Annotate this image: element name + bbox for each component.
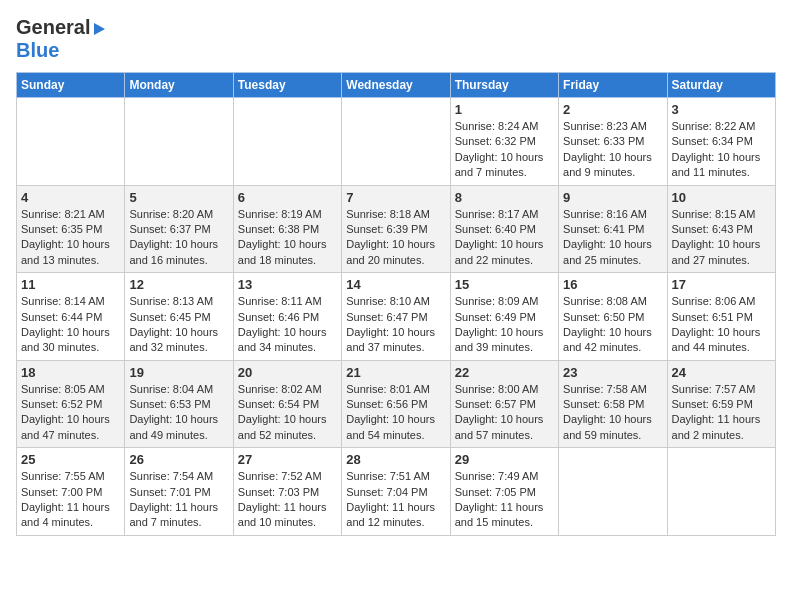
- day-number: 23: [563, 365, 662, 380]
- calendar-cell: [342, 98, 450, 186]
- day-info: Sunrise: 7:51 AM Sunset: 7:04 PM Dayligh…: [346, 469, 445, 531]
- calendar-table: SundayMondayTuesdayWednesdayThursdayFrid…: [16, 72, 776, 536]
- weekday-header-sunday: Sunday: [17, 73, 125, 98]
- page-header: General Blue: [16, 16, 776, 62]
- calendar-cell: 17Sunrise: 8:06 AM Sunset: 6:51 PM Dayli…: [667, 273, 775, 361]
- day-info: Sunrise: 8:21 AM Sunset: 6:35 PM Dayligh…: [21, 207, 120, 269]
- day-info: Sunrise: 8:05 AM Sunset: 6:52 PM Dayligh…: [21, 382, 120, 444]
- day-info: Sunrise: 8:10 AM Sunset: 6:47 PM Dayligh…: [346, 294, 445, 356]
- day-info: Sunrise: 8:20 AM Sunset: 6:37 PM Dayligh…: [129, 207, 228, 269]
- day-info: Sunrise: 8:22 AM Sunset: 6:34 PM Dayligh…: [672, 119, 771, 181]
- day-number: 10: [672, 190, 771, 205]
- calendar-cell: 24Sunrise: 7:57 AM Sunset: 6:59 PM Dayli…: [667, 360, 775, 448]
- day-info: Sunrise: 8:16 AM Sunset: 6:41 PM Dayligh…: [563, 207, 662, 269]
- day-number: 15: [455, 277, 554, 292]
- calendar-cell: 25Sunrise: 7:55 AM Sunset: 7:00 PM Dayli…: [17, 448, 125, 536]
- day-info: Sunrise: 8:18 AM Sunset: 6:39 PM Dayligh…: [346, 207, 445, 269]
- day-info: Sunrise: 8:14 AM Sunset: 6:44 PM Dayligh…: [21, 294, 120, 356]
- day-info: Sunrise: 7:49 AM Sunset: 7:05 PM Dayligh…: [455, 469, 554, 531]
- calendar-cell: 5Sunrise: 8:20 AM Sunset: 6:37 PM Daylig…: [125, 185, 233, 273]
- day-number: 13: [238, 277, 337, 292]
- calendar-header: SundayMondayTuesdayWednesdayThursdayFrid…: [17, 73, 776, 98]
- day-number: 25: [21, 452, 120, 467]
- calendar-cell: 9Sunrise: 8:16 AM Sunset: 6:41 PM Daylig…: [559, 185, 667, 273]
- day-number: 14: [346, 277, 445, 292]
- day-number: 2: [563, 102, 662, 117]
- calendar-cell: 19Sunrise: 8:04 AM Sunset: 6:53 PM Dayli…: [125, 360, 233, 448]
- calendar-cell: 11Sunrise: 8:14 AM Sunset: 6:44 PM Dayli…: [17, 273, 125, 361]
- weekday-header-monday: Monday: [125, 73, 233, 98]
- day-number: 21: [346, 365, 445, 380]
- day-number: 16: [563, 277, 662, 292]
- day-number: 8: [455, 190, 554, 205]
- calendar-cell: [559, 448, 667, 536]
- day-number: 28: [346, 452, 445, 467]
- day-number: 4: [21, 190, 120, 205]
- day-info: Sunrise: 7:55 AM Sunset: 7:00 PM Dayligh…: [21, 469, 120, 531]
- calendar-cell: 12Sunrise: 8:13 AM Sunset: 6:45 PM Dayli…: [125, 273, 233, 361]
- day-number: 1: [455, 102, 554, 117]
- weekday-header-tuesday: Tuesday: [233, 73, 341, 98]
- day-info: Sunrise: 7:58 AM Sunset: 6:58 PM Dayligh…: [563, 382, 662, 444]
- calendar-cell: 26Sunrise: 7:54 AM Sunset: 7:01 PM Dayli…: [125, 448, 233, 536]
- day-number: 9: [563, 190, 662, 205]
- calendar-week-1: 1Sunrise: 8:24 AM Sunset: 6:32 PM Daylig…: [17, 98, 776, 186]
- day-number: 22: [455, 365, 554, 380]
- calendar-cell: 16Sunrise: 8:08 AM Sunset: 6:50 PM Dayli…: [559, 273, 667, 361]
- calendar-cell: [125, 98, 233, 186]
- calendar-cell: 28Sunrise: 7:51 AM Sunset: 7:04 PM Dayli…: [342, 448, 450, 536]
- day-number: 20: [238, 365, 337, 380]
- calendar-week-2: 4Sunrise: 8:21 AM Sunset: 6:35 PM Daylig…: [17, 185, 776, 273]
- day-number: 5: [129, 190, 228, 205]
- day-info: Sunrise: 8:02 AM Sunset: 6:54 PM Dayligh…: [238, 382, 337, 444]
- calendar-cell: 18Sunrise: 8:05 AM Sunset: 6:52 PM Dayli…: [17, 360, 125, 448]
- calendar-cell: 6Sunrise: 8:19 AM Sunset: 6:38 PM Daylig…: [233, 185, 341, 273]
- day-number: 19: [129, 365, 228, 380]
- calendar-cell: 15Sunrise: 8:09 AM Sunset: 6:49 PM Dayli…: [450, 273, 558, 361]
- day-info: Sunrise: 8:23 AM Sunset: 6:33 PM Dayligh…: [563, 119, 662, 181]
- logo-general-text: General: [16, 16, 90, 39]
- calendar-cell: 14Sunrise: 8:10 AM Sunset: 6:47 PM Dayli…: [342, 273, 450, 361]
- weekday-header-thursday: Thursday: [450, 73, 558, 98]
- day-info: Sunrise: 7:54 AM Sunset: 7:01 PM Dayligh…: [129, 469, 228, 531]
- day-info: Sunrise: 8:24 AM Sunset: 6:32 PM Dayligh…: [455, 119, 554, 181]
- day-info: Sunrise: 8:08 AM Sunset: 6:50 PM Dayligh…: [563, 294, 662, 356]
- day-info: Sunrise: 8:00 AM Sunset: 6:57 PM Dayligh…: [455, 382, 554, 444]
- calendar-cell: 10Sunrise: 8:15 AM Sunset: 6:43 PM Dayli…: [667, 185, 775, 273]
- day-number: 24: [672, 365, 771, 380]
- day-info: Sunrise: 8:17 AM Sunset: 6:40 PM Dayligh…: [455, 207, 554, 269]
- day-info: Sunrise: 8:01 AM Sunset: 6:56 PM Dayligh…: [346, 382, 445, 444]
- calendar-body: 1Sunrise: 8:24 AM Sunset: 6:32 PM Daylig…: [17, 98, 776, 536]
- calendar-cell: 27Sunrise: 7:52 AM Sunset: 7:03 PM Dayli…: [233, 448, 341, 536]
- day-info: Sunrise: 7:52 AM Sunset: 7:03 PM Dayligh…: [238, 469, 337, 531]
- calendar-cell: 3Sunrise: 8:22 AM Sunset: 6:34 PM Daylig…: [667, 98, 775, 186]
- day-info: Sunrise: 7:57 AM Sunset: 6:59 PM Dayligh…: [672, 382, 771, 444]
- day-info: Sunrise: 8:06 AM Sunset: 6:51 PM Dayligh…: [672, 294, 771, 356]
- calendar-cell: 7Sunrise: 8:18 AM Sunset: 6:39 PM Daylig…: [342, 185, 450, 273]
- day-number: 18: [21, 365, 120, 380]
- day-number: 12: [129, 277, 228, 292]
- day-number: 29: [455, 452, 554, 467]
- day-number: 27: [238, 452, 337, 467]
- calendar-cell: 29Sunrise: 7:49 AM Sunset: 7:05 PM Dayli…: [450, 448, 558, 536]
- calendar-cell: [17, 98, 125, 186]
- calendar-cell: 20Sunrise: 8:02 AM Sunset: 6:54 PM Dayli…: [233, 360, 341, 448]
- day-info: Sunrise: 8:11 AM Sunset: 6:46 PM Dayligh…: [238, 294, 337, 356]
- day-number: 6: [238, 190, 337, 205]
- day-info: Sunrise: 8:19 AM Sunset: 6:38 PM Dayligh…: [238, 207, 337, 269]
- weekday-row: SundayMondayTuesdayWednesdayThursdayFrid…: [17, 73, 776, 98]
- day-number: 7: [346, 190, 445, 205]
- weekday-header-saturday: Saturday: [667, 73, 775, 98]
- day-number: 26: [129, 452, 228, 467]
- day-number: 11: [21, 277, 120, 292]
- calendar-cell: 8Sunrise: 8:17 AM Sunset: 6:40 PM Daylig…: [450, 185, 558, 273]
- calendar-week-4: 18Sunrise: 8:05 AM Sunset: 6:52 PM Dayli…: [17, 360, 776, 448]
- calendar-cell: [233, 98, 341, 186]
- calendar-cell: 1Sunrise: 8:24 AM Sunset: 6:32 PM Daylig…: [450, 98, 558, 186]
- calendar-cell: 13Sunrise: 8:11 AM Sunset: 6:46 PM Dayli…: [233, 273, 341, 361]
- calendar-cell: 4Sunrise: 8:21 AM Sunset: 6:35 PM Daylig…: [17, 185, 125, 273]
- calendar-week-3: 11Sunrise: 8:14 AM Sunset: 6:44 PM Dayli…: [17, 273, 776, 361]
- day-info: Sunrise: 8:04 AM Sunset: 6:53 PM Dayligh…: [129, 382, 228, 444]
- calendar-cell: [667, 448, 775, 536]
- calendar-cell: 23Sunrise: 7:58 AM Sunset: 6:58 PM Dayli…: [559, 360, 667, 448]
